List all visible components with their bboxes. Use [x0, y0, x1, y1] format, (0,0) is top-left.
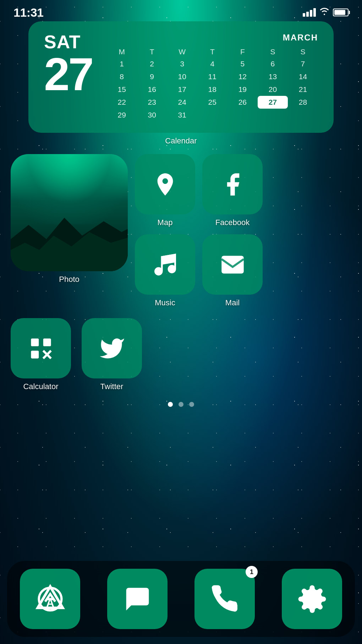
messages-bubble-icon — [122, 584, 153, 614]
cal-cell-26[interactable]: 26 — [227, 96, 258, 109]
cal-cell-6[interactable]: 6 — [258, 58, 288, 70]
cal-cell-5[interactable]: 5 — [227, 58, 258, 70]
calendar-grid: MARCH M T W T F S S 1 2 3 4 — [107, 33, 318, 121]
cal-cell-22[interactable]: 22 — [107, 96, 137, 109]
cal-cell-9[interactable]: 9 — [137, 70, 167, 83]
photo-app-label: Photo — [59, 275, 79, 284]
calendar-day-column: SAT 27 — [44, 33, 93, 97]
cal-cell-1[interactable]: 1 — [107, 58, 137, 70]
cal-cell-16[interactable]: 16 — [137, 83, 167, 96]
phone-badge: 1 — [246, 566, 258, 578]
app-store-symbol-icon: A — [35, 584, 65, 614]
cal-cell-29[interactable]: 29 — [107, 109, 137, 121]
mail-app-label: Mail — [225, 298, 240, 307]
cal-cell-13[interactable]: 13 — [258, 70, 288, 83]
cal-cell-10[interactable]: 10 — [167, 70, 197, 83]
status-icons — [303, 7, 349, 17]
page-dots — [11, 402, 351, 407]
app-2x2-grid: Map Facebook — [135, 154, 263, 307]
music-app-item: Music — [135, 234, 195, 307]
cal-cell-4[interactable]: 4 — [197, 58, 227, 70]
cal-cell-2[interactable]: 2 — [137, 58, 167, 70]
cal-cell-19[interactable]: 19 — [227, 83, 258, 96]
twitter-app-icon[interactable] — [82, 318, 142, 378]
photo-mountains-svg — [11, 207, 128, 272]
cal-cell-25[interactable]: 25 — [197, 96, 227, 109]
calendar-month-label: MARCH — [107, 33, 318, 43]
app-store-icon[interactable]: A — [20, 569, 80, 629]
cal-cell-17[interactable]: 17 — [167, 83, 197, 96]
cal-cell-15[interactable]: 15 — [107, 83, 137, 96]
cal-cell-empty3 — [258, 109, 288, 121]
music-app-label: Music — [155, 298, 175, 307]
cal-cell-3[interactable]: 3 — [167, 58, 197, 70]
svg-rect-5 — [221, 256, 244, 273]
cal-cell-20[interactable]: 20 — [258, 83, 288, 96]
page-dot-2[interactable] — [179, 402, 183, 407]
mail-app-icon[interactable] — [202, 234, 263, 295]
cal-header-thu: T — [197, 46, 227, 58]
messages-icon[interactable] — [107, 569, 168, 629]
cal-cell-11[interactable]: 11 — [197, 70, 227, 83]
calendar-widget[interactable]: SAT 27 MARCH M T W T F S S 1 — [28, 21, 334, 133]
svg-rect-7 — [43, 338, 51, 346]
cal-cell-empty2 — [227, 109, 258, 121]
cal-cell-23[interactable]: 23 — [137, 96, 167, 109]
cal-cell-31[interactable]: 31 — [167, 109, 197, 121]
calendar-widget-label: Calendar — [165, 136, 197, 146]
battery-icon — [333, 9, 349, 16]
calculator-icon — [28, 335, 54, 362]
phone-icon[interactable]: 1 — [194, 569, 255, 629]
cal-cell-24[interactable]: 24 — [167, 96, 197, 109]
cal-header-sat: S — [258, 46, 288, 58]
calendar-widget-wrap: SAT 27 MARCH M T W T F S S 1 — [11, 21, 351, 146]
facebook-app-label: Facebook — [215, 218, 250, 227]
cal-cell-empty4 — [288, 109, 318, 121]
map-app-icon[interactable] — [135, 154, 195, 214]
calendar-day-number: 27 — [44, 51, 93, 97]
cal-cell-8[interactable]: 8 — [107, 70, 137, 83]
cal-cell-18[interactable]: 18 — [197, 83, 227, 96]
twitter-app-item: Twitter — [82, 318, 142, 391]
cal-cell-14[interactable]: 14 — [288, 70, 318, 83]
settings-dock-item — [282, 569, 342, 629]
status-bar: 11:31 — [0, 0, 362, 21]
cal-cell-7[interactable]: 7 — [288, 58, 318, 70]
calculator-app-item: Calculator — [11, 318, 71, 391]
photo-app-wrap: Photo — [11, 154, 128, 307]
app-row-bottom: Calculator Twitter — [11, 318, 351, 391]
signal-bars-icon — [303, 8, 316, 17]
facebook-app-icon[interactable] — [202, 154, 263, 214]
photo-app-icon[interactable] — [11, 154, 128, 271]
cal-cell-empty1 — [197, 109, 227, 121]
facebook-app-item: Facebook — [202, 154, 263, 227]
cal-header-fri: F — [227, 46, 258, 58]
dock: A 1 — [7, 561, 355, 637]
page-dot-1[interactable] — [168, 402, 173, 407]
cal-header-wed: W — [167, 46, 197, 58]
app-store-dock-item: A — [20, 569, 80, 629]
main-content: SAT 27 MARCH M T W T F S S 1 — [0, 21, 362, 561]
twitter-app-label: Twitter — [100, 382, 124, 391]
cal-cell-30[interactable]: 30 — [137, 109, 167, 121]
calculator-app-icon[interactable] — [11, 318, 71, 378]
svg-rect-8 — [31, 350, 39, 358]
music-note-icon — [152, 251, 179, 278]
mail-icon — [219, 251, 246, 278]
map-app-item: Map — [135, 154, 195, 227]
cal-cell-21[interactable]: 21 — [288, 83, 318, 96]
settings-icon[interactable] — [282, 569, 342, 629]
music-app-icon[interactable] — [135, 234, 195, 295]
status-time: 11:31 — [13, 6, 43, 20]
calculator-app-label: Calculator — [23, 382, 58, 391]
phone-symbol-icon — [210, 584, 240, 614]
svg-point-3 — [168, 266, 175, 272]
cal-cell-27-today[interactable]: 27 — [258, 96, 288, 109]
phone-dock-item: 1 — [194, 569, 255, 629]
app-grid-section: Photo Map — [11, 154, 351, 307]
cal-cell-12[interactable]: 12 — [227, 70, 258, 83]
page-dot-3[interactable] — [189, 402, 194, 407]
cal-cell-28[interactable]: 28 — [288, 96, 318, 109]
messages-dock-item — [107, 569, 168, 629]
gear-icon — [297, 584, 327, 614]
